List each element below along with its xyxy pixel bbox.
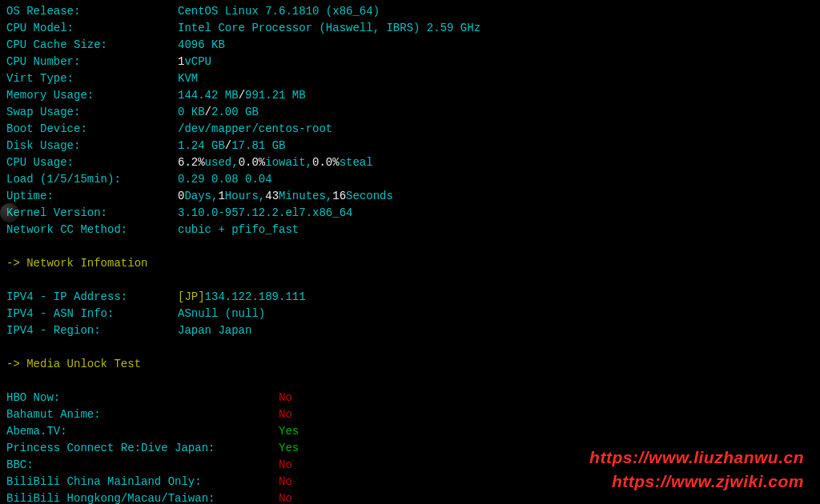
media-row: Bahamut Anime:No xyxy=(6,406,814,423)
text-iowait: iowait, xyxy=(265,154,312,171)
row-memory: Memory Usage: 144.42 MB / 991.21 MB xyxy=(6,87,814,104)
value-memory-used: 144.42 MB xyxy=(178,87,239,104)
value-iowait-pct: 0.0% xyxy=(239,154,266,171)
row-disk: Disk Usage: 1.24 GB / 17.81 GB xyxy=(6,138,814,154)
row-ipv4-asn: IPV4 - ASN Info: ASnull (null) xyxy=(6,306,814,322)
value-virt: KVM xyxy=(178,70,198,87)
media-label: BiliBili China Mainland Only: xyxy=(6,474,279,490)
row-virt: Virt Type: KVM xyxy=(6,70,814,87)
label-boot: Boot Device: xyxy=(6,121,178,138)
media-result: No xyxy=(279,406,292,423)
label-memory: Memory Usage: xyxy=(6,87,178,104)
value-swap-total: 2.00 GB xyxy=(211,104,259,121)
media-row: Princess Connect Re:Dive Japan:Yes xyxy=(6,440,814,457)
label-cpu-number: CPU Number: xyxy=(6,54,178,70)
text-min: Minutes, xyxy=(279,188,332,205)
row-ipv4-region: IPV4 - Region: Japan Japan xyxy=(6,322,814,339)
label-cc: Network CC Method: xyxy=(6,222,178,238)
text-hours: Hours, xyxy=(225,188,265,205)
text-steal: steal xyxy=(340,154,373,171)
label-disk: Disk Usage: xyxy=(6,138,178,154)
text-used: used, xyxy=(205,154,239,171)
value-uptime-days: 0 xyxy=(178,188,184,205)
value-ip-tag: [JP] xyxy=(178,289,205,306)
label-cpu-usage: CPU Usage: xyxy=(6,154,178,171)
media-label: Princess Connect Re:Dive Japan: xyxy=(6,440,279,457)
row-swap: Swap Usage: 0 KB / 2.00 GB xyxy=(6,104,814,121)
section-media-unlock: -> Media Unlock Test xyxy=(6,356,814,373)
blank-line xyxy=(6,272,814,289)
blank-line xyxy=(6,238,814,255)
sep: / xyxy=(205,104,211,121)
value-disk-used: 1.24 GB xyxy=(178,138,225,154)
row-cpu-cache: CPU Cache Size: 4096 KB xyxy=(6,37,814,54)
value-uptime-min: 43 xyxy=(265,188,279,205)
media-label: Abema.TV: xyxy=(6,423,279,440)
value-cpu-unit: vCPU xyxy=(184,54,211,70)
media-label: HBO Now: xyxy=(6,390,279,406)
row-uptime: Uptime: 0 Days, 1 Hours, 43 Minutes, 16 … xyxy=(6,188,814,205)
value-cpu-count: 1 xyxy=(178,54,184,70)
media-label: BBC: xyxy=(6,457,279,474)
value-uptime-hours: 1 xyxy=(218,188,224,205)
blank-line xyxy=(6,339,814,356)
media-label: Bahamut Anime: xyxy=(6,406,279,423)
text-days: Days, xyxy=(184,188,218,205)
row-cpu-usage: CPU Usage: 6.2% used, 0.0% iowait, 0.0% … xyxy=(6,154,814,171)
row-kernel: Kernel Version: 3.10.0-957.12.2.el7.x86_… xyxy=(6,205,814,222)
media-row: Abema.TV:Yes xyxy=(6,423,814,440)
media-result: No xyxy=(279,474,292,490)
label-swap: Swap Usage: xyxy=(6,104,178,121)
value-os-release: CentOS Linux 7.6.1810 (x86_64) xyxy=(178,3,380,20)
row-os-release: OS Release: CentOS Linux 7.6.1810 (x86_6… xyxy=(6,3,814,20)
value-boot: /dev/mapper/centos-root xyxy=(178,121,332,138)
row-cpu-model: CPU Model: Intel Core Processor (Haswell… xyxy=(6,20,814,37)
media-result: No xyxy=(279,490,292,504)
row-load: Load (1/5/15min): 0.29 0.08 0.04 xyxy=(6,171,814,188)
value-steal-pct: 0.0% xyxy=(312,154,340,171)
section-network-info: -> Network Infomation xyxy=(6,255,814,272)
value-cpu-cache: 4096 KB xyxy=(178,37,225,54)
label-load: Load (1/5/15min): xyxy=(6,171,178,188)
media-row: HBO Now:No xyxy=(6,390,814,406)
value-region: Japan Japan xyxy=(178,322,251,339)
row-cpu-number: CPU Number: 1 vCPU xyxy=(6,54,814,70)
text-sec: Seconds xyxy=(346,188,393,205)
value-disk-total: 17.81 GB xyxy=(231,138,285,154)
value-ip: 134.122.189.111 xyxy=(205,289,306,306)
value-asn: ASnull (null) xyxy=(178,306,265,322)
media-row: BiliBili China Mainland Only:No xyxy=(6,474,814,490)
label-virt: Virt Type: xyxy=(6,70,178,87)
media-row: BBC:No xyxy=(6,457,814,474)
sep: / xyxy=(239,87,245,104)
label-cpu-model: CPU Model: xyxy=(6,20,178,37)
value-kernel: 3.10.0-957.12.2.el7.x86_64 xyxy=(178,205,352,222)
row-ipv4-address: IPV4 - IP Address: [JP] 134.122.189.111 xyxy=(6,289,814,306)
value-cpu-model: Intel Core Processor (Haswell, IBRS) 2.5… xyxy=(178,20,480,37)
media-test-list: HBO Now:NoBahamut Anime:NoAbema.TV:YesPr… xyxy=(6,390,814,504)
label-os-release: OS Release: xyxy=(6,3,178,20)
sep: / xyxy=(225,138,231,154)
media-result: Yes xyxy=(279,423,299,440)
media-result: No xyxy=(279,390,292,406)
label-ipv4-address: IPV4 - IP Address: xyxy=(6,289,178,306)
label-kernel: Kernel Version: xyxy=(6,205,178,222)
value-uptime-sec: 16 xyxy=(332,188,346,205)
blank-line xyxy=(6,373,814,390)
media-result: No xyxy=(279,457,292,474)
value-load: 0.29 0.08 0.04 xyxy=(178,171,272,188)
label-cpu-cache: CPU Cache Size: xyxy=(6,37,178,54)
label-ipv4-asn: IPV4 - ASN Info: xyxy=(6,306,178,322)
value-swap-used: 0 KB xyxy=(178,104,205,121)
row-boot: Boot Device: /dev/mapper/centos-root xyxy=(6,121,814,138)
value-memory-total: 991.21 MB xyxy=(245,87,306,104)
mouse-cursor-icon xyxy=(0,203,19,222)
value-cpu-pct: 6.2% xyxy=(178,154,205,171)
media-result: Yes xyxy=(279,440,299,457)
value-cc: cubic + pfifo_fast xyxy=(178,222,299,238)
media-label: BiliBili Hongkong/Macau/Taiwan: xyxy=(6,490,279,504)
label-ipv4-region: IPV4 - Region: xyxy=(6,322,178,339)
row-cc: Network CC Method: cubic + pfifo_fast xyxy=(6,222,814,238)
terminal-output: OS Release: CentOS Linux 7.6.1810 (x86_6… xyxy=(0,0,820,504)
label-uptime: Uptime: xyxy=(6,188,178,205)
